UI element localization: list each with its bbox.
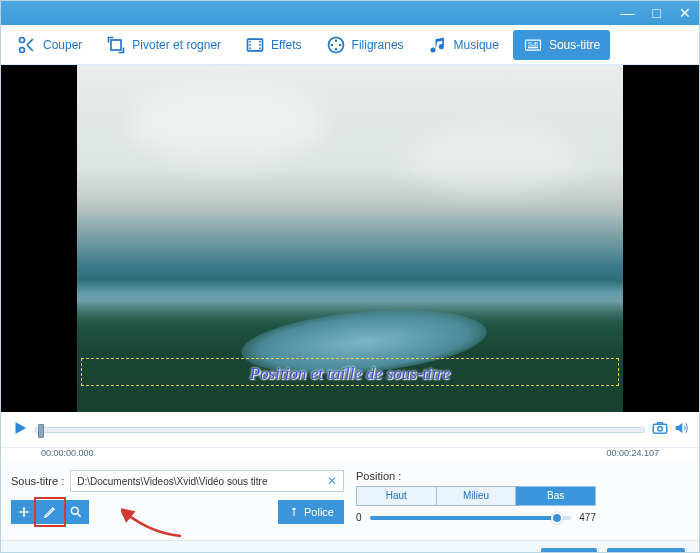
crop-rotate-icon [106,35,126,55]
maximize-button[interactable]: □ [653,5,661,21]
font-button[interactable]: Police [278,500,344,524]
clear-path-button[interactable]: ✕ [327,474,337,488]
position-slider-thumb[interactable] [551,512,563,524]
tab-effects-label: Effets [271,38,301,52]
svg-rect-6 [259,44,261,46]
time-display: 00:00:00.000 00:00:24.107 [1,448,699,462]
main-toolbar: Couper Pivoter et rogner Effets Filigran… [1,25,699,65]
svg-rect-3 [249,44,251,46]
svg-point-12 [330,43,333,46]
svg-rect-15 [528,46,538,48]
subtitle-path-label: Sous-titre : [11,475,64,487]
tab-rotate[interactable]: Pivoter et rogner [96,30,231,60]
svg-point-11 [334,47,337,50]
window-titlebar: — □ ✕ [1,1,699,25]
scissors-icon [17,35,37,55]
svg-point-10 [338,43,341,46]
position-bottom[interactable]: Bas [516,487,595,505]
volume-button[interactable] [673,420,689,440]
svg-rect-2 [249,40,251,42]
position-label: Position : [356,470,689,482]
svg-rect-0 [111,40,121,50]
subtitle-overlay-text: Position et taille de sous-titre [77,364,623,384]
tab-subtitle-label: Sous-titre [549,38,600,52]
snapshot-button[interactable] [651,419,669,441]
subtitle-path-value: D:\Documents\Videos\Xvid\Vidéo sous titr… [77,476,267,487]
position-segmented-control: Haut Milieu Bas [356,486,596,506]
position-top[interactable]: Haut [357,487,437,505]
tab-music-label: Musique [454,38,499,52]
current-time: 00:00:00.000 [41,448,94,458]
total-time: 00:00:24.107 [606,448,659,458]
tab-cut-label: Couper [43,38,82,52]
tab-music[interactable]: Musique [418,30,509,60]
play-button[interactable] [11,419,29,441]
svg-text:SUB: SUB [528,40,539,46]
tab-watermark[interactable]: Filigranes [316,30,414,60]
video-frame[interactable]: Position et taille de sous-titre [77,65,623,412]
add-subtitle-button[interactable] [11,500,37,524]
svg-point-17 [658,426,663,431]
video-preview: Position et taille de sous-titre [1,65,699,412]
svg-rect-16 [653,424,667,433]
tab-rotate-label: Pivoter et rogner [132,38,221,52]
seek-bar[interactable] [35,427,645,433]
font-button-label: Police [304,506,334,518]
tab-watermark-label: Filigranes [352,38,404,52]
close-button[interactable]: ✕ [679,5,691,21]
timeline-controls [1,412,699,448]
search-subtitle-button[interactable] [63,500,89,524]
svg-rect-4 [249,47,251,49]
svg-point-9 [334,39,337,42]
position-middle[interactable]: Milieu [437,487,517,505]
seek-thumb[interactable] [38,424,44,438]
edit-subtitle-button[interactable] [37,500,63,524]
svg-point-18 [71,507,78,514]
subtitle-icon: SUB [523,35,543,55]
settings-panel: Sous-titre : D:\Documents\Videos\Xvid\Vi… [1,462,699,540]
dialog-footer: OK Annuler [1,540,699,553]
tab-cut[interactable]: Couper [7,30,92,60]
position-min: 0 [356,512,362,523]
music-note-icon [428,35,448,55]
font-icon [288,506,300,518]
position-max: 477 [579,512,596,523]
ok-button[interactable]: OK [541,548,597,554]
tab-effects[interactable]: Effets [235,30,311,60]
position-slider[interactable] [370,516,572,520]
svg-rect-5 [259,40,261,42]
subtitle-path-input[interactable]: D:\Documents\Videos\Xvid\Vidéo sous titr… [70,470,344,492]
svg-rect-7 [259,47,261,49]
minimize-button[interactable]: — [621,5,635,21]
cancel-button[interactable]: Annuler [607,548,685,554]
tab-subtitle[interactable]: SUB Sous-titre [513,30,610,60]
film-icon [245,35,265,55]
reel-icon [326,35,346,55]
